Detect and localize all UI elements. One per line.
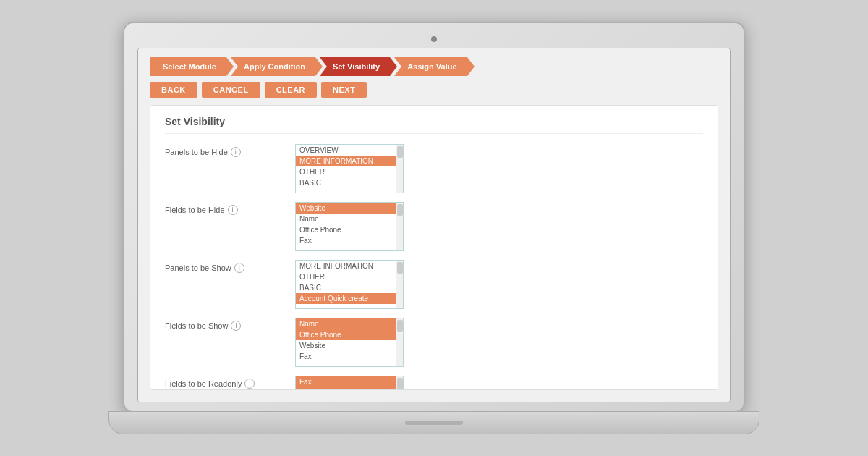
list-item-2-1[interactable]: OTHER [296, 271, 396, 282]
scroll-thumb-4 [397, 378, 403, 389]
scroll-thumb-0 [397, 146, 403, 158]
custom-list-0[interactable]: OVERVIEWMORE INFORMATIONOTHERBASIC [295, 144, 404, 193]
scroll-bar-3[interactable] [396, 318, 403, 366]
form-row-3: Fields to be Show iNameOffice PhoneWebsi… [165, 318, 703, 367]
screen: Select Module Apply Condition Set Visibi… [137, 48, 731, 402]
scroll-bar-1[interactable] [396, 203, 403, 250]
back-button[interactable]: BACK [150, 82, 197, 98]
info-icon-1[interactable]: i [228, 205, 238, 215]
cancel-button[interactable]: CANCEL [202, 82, 260, 98]
next-button[interactable]: NEXT [321, 82, 367, 98]
scroll-bar-4[interactable] [396, 376, 403, 390]
fields-container: Panels to be Hide iOVERVIEWMORE INFORMAT… [165, 144, 703, 390]
list-wrapper-0: OVERVIEWMORE INFORMATIONOTHERBASIC [295, 144, 414, 193]
info-icon-2[interactable]: i [234, 263, 244, 273]
list-wrapper-2: MORE INFORMATIONOTHERBASICAccount Quick … [295, 260, 414, 309]
list-item-0-3[interactable]: BASIC [296, 177, 396, 188]
scroll-bar-0[interactable] [396, 145, 403, 193]
list-item-2-2[interactable]: BASIC [296, 282, 396, 293]
step-set-visibility-label: Set Visibility [333, 62, 380, 71]
form-row-0: Panels to be Hide iOVERVIEWMORE INFORMAT… [165, 144, 703, 193]
list-wrapper-1: WebsiteNameOffice PhoneFax [295, 202, 414, 251]
field-label-3: Fields to be Show i [165, 318, 295, 331]
scroll-thumb-1 [397, 204, 403, 216]
step-apply-condition-label: Apply Condition [244, 62, 305, 71]
main-panel: Set Visibility Panels to be Hide iOVERVI… [150, 105, 718, 390]
laptop-base [109, 411, 760, 434]
list-item-2-0[interactable]: MORE INFORMATION [296, 261, 396, 271]
field-label-2: Panels to be Show i [165, 260, 295, 273]
custom-list-1[interactable]: WebsiteNameOffice PhoneFax [295, 202, 404, 251]
action-buttons: BACK CANCEL CLEAR NEXT [150, 82, 718, 98]
step-assign-value-label: Assign Value [407, 62, 456, 71]
step-select-module[interactable]: Select Module [150, 57, 226, 76]
custom-list-4[interactable]: FaxBilling CountryNameOffice Phone [295, 376, 404, 390]
info-icon-4[interactable]: i [244, 379, 255, 389]
list-item-3-0[interactable]: Name [296, 318, 396, 329]
list-item-1-1[interactable]: Name [296, 214, 396, 224]
info-icon-3[interactable]: i [231, 321, 241, 331]
list-item-4-0[interactable]: Fax [296, 376, 396, 387]
laptop-wrapper: Select Module Apply Condition Set Visibi… [123, 22, 745, 434]
step-set-visibility[interactable]: Set Visibility [320, 57, 390, 76]
form-row-2: Panels to be Show iMORE INFORMATIONOTHER… [165, 260, 703, 309]
camera [431, 36, 437, 42]
list-item-2-3[interactable]: Account Quick create [296, 293, 396, 304]
custom-list-3[interactable]: NameOffice PhoneWebsiteFax [295, 318, 404, 367]
list-item-0-0[interactable]: OVERVIEW [296, 145, 396, 156]
list-item-4-1[interactable]: Billing Country [296, 387, 396, 390]
list-item-1-3[interactable]: Fax [296, 235, 396, 246]
field-label-0: Panels to be Hide i [165, 144, 295, 157]
clear-button[interactable]: CLEAR [265, 82, 317, 98]
list-item-0-2[interactable]: OTHER [296, 166, 396, 177]
field-label-1: Fields to be Hide i [165, 202, 295, 215]
list-item-3-2[interactable]: Website [296, 340, 396, 351]
form-row-1: Fields to be Hide iWebsiteNameOffice Pho… [165, 202, 703, 251]
form-row-4: Fields to be Readonly iFaxBilling Countr… [165, 376, 703, 390]
info-icon-0[interactable]: i [231, 147, 241, 157]
panel-title: Set Visibility [165, 116, 703, 134]
custom-list-2[interactable]: MORE INFORMATIONOTHERBASICAccount Quick … [295, 260, 404, 309]
list-item-1-0[interactable]: Website [296, 203, 396, 214]
list-item-3-3[interactable]: Fax [296, 351, 396, 362]
step-select-module-label: Select Module [163, 62, 216, 71]
step-assign-value[interactable]: Assign Value [394, 57, 467, 76]
list-item-3-1[interactable]: Office Phone [296, 329, 396, 340]
scroll-thumb-2 [397, 262, 403, 274]
list-wrapper-4: FaxBilling CountryNameOffice Phone [295, 376, 414, 390]
laptop-body: Select Module Apply Condition Set Visibi… [123, 22, 745, 413]
steps-bar: Select Module Apply Condition Set Visibi… [150, 57, 718, 76]
list-item-1-2[interactable]: Office Phone [296, 224, 396, 235]
list-item-0-1[interactable]: MORE INFORMATION [296, 156, 396, 166]
list-wrapper-3: NameOffice PhoneWebsiteFax [295, 318, 414, 367]
step-apply-condition[interactable]: Apply Condition [231, 57, 315, 76]
field-label-4: Fields to be Readonly i [165, 376, 295, 389]
screen-content: Select Module Apply Condition Set Visibi… [138, 48, 730, 402]
scroll-thumb-3 [397, 320, 403, 332]
scroll-bar-2[interactable] [396, 261, 403, 308]
